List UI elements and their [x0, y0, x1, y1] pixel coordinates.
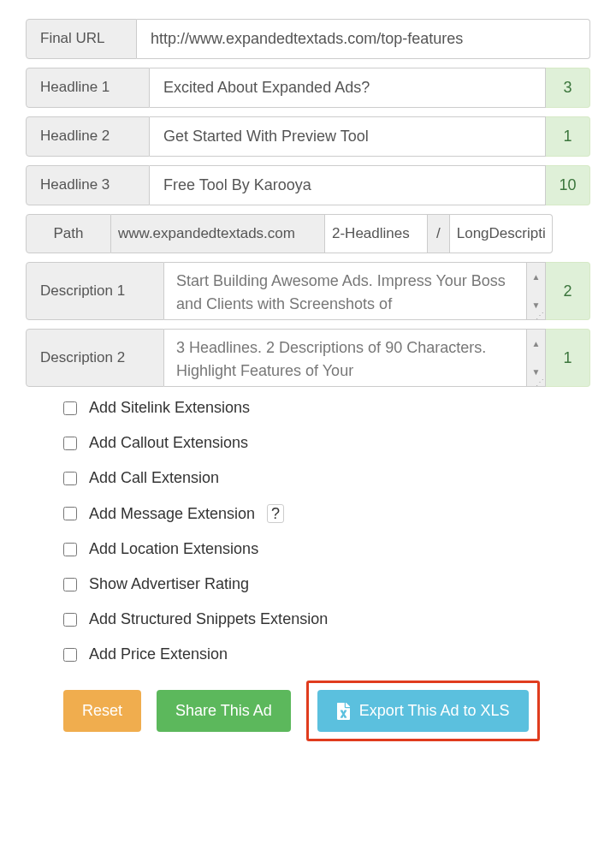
final-url-label: Final URL	[26, 19, 137, 59]
path-separator: /	[428, 214, 450, 253]
headline2-count: 1	[546, 116, 590, 157]
headline1-row: Headline 1 3	[26, 68, 590, 108]
headline1-label: Headline 1	[26, 68, 150, 108]
extension-checkbox[interactable]	[63, 437, 77, 450]
path-domain: www.expandedtextads.com	[111, 214, 325, 253]
spinner-down-icon[interactable]: ▼	[527, 358, 545, 386]
extension-label: Add Callout Extensions	[89, 434, 248, 452]
extension-checkbox[interactable]	[63, 613, 77, 627]
path2-input[interactable]	[450, 214, 553, 253]
headline2-label: Headline 2	[26, 116, 150, 157]
extension-label: Add Sitelink Extensions	[89, 399, 250, 417]
extension-label: Add Price Extension	[89, 645, 228, 663]
reset-button[interactable]: Reset	[63, 690, 141, 732]
spinner-up-icon[interactable]: ▲	[527, 263, 545, 291]
extension-checkbox[interactable]	[63, 543, 77, 556]
extension-checkbox[interactable]	[63, 507, 77, 520]
extension-checkbox[interactable]	[63, 578, 77, 591]
spinner-down-icon[interactable]: ▼	[527, 291, 545, 319]
headline3-count: 10	[546, 165, 590, 205]
desc2-textarea[interactable]	[164, 329, 527, 387]
extension-item: Add Message Extension?	[63, 504, 590, 523]
extension-item: Add Sitelink Extensions	[63, 399, 590, 417]
desc2-row: Description 2 ▲ ▼ ⋰ 1	[26, 329, 590, 387]
extension-label: Show Advertiser Rating	[89, 575, 249, 593]
spinner-up-icon[interactable]: ▲	[527, 330, 545, 358]
desc1-label: Description 1	[26, 262, 164, 320]
extension-checkbox[interactable]	[63, 472, 77, 485]
desc1-textarea[interactable]	[164, 262, 527, 320]
desc2-count: 1	[546, 329, 590, 387]
extension-checkbox[interactable]	[63, 401, 77, 415]
headline3-label: Headline 3	[26, 165, 150, 205]
extension-item: Show Advertiser Rating	[63, 575, 590, 593]
desc2-label: Description 2	[26, 329, 164, 387]
share-button[interactable]: Share This Ad	[157, 690, 291, 732]
path-label: Path	[26, 214, 111, 253]
extension-label: Add Structured Snippets Extension	[89, 610, 328, 628]
extension-item: Add Callout Extensions	[63, 434, 590, 452]
extension-item: Add Call Extension	[63, 469, 590, 487]
final-url-row: Final URL	[26, 19, 590, 59]
export-button[interactable]: Export This Ad to XLS	[317, 690, 529, 732]
headline3-row: Headline 3 10	[26, 165, 590, 205]
extension-item: Add Location Extensions	[63, 540, 590, 558]
extension-label: Add Call Extension	[89, 469, 219, 487]
headline3-input[interactable]	[150, 165, 546, 205]
extension-checkbox[interactable]	[63, 648, 77, 662]
help-icon[interactable]: ?	[267, 504, 284, 523]
extension-item: Add Price Extension	[63, 645, 590, 663]
desc2-spinner[interactable]: ▲ ▼ ⋰	[527, 329, 546, 387]
export-highlight: Export This Ad to XLS	[306, 681, 540, 741]
extension-item: Add Structured Snippets Extension	[63, 610, 590, 628]
extension-label: Add Location Extensions	[89, 540, 258, 558]
final-url-input[interactable]	[137, 19, 590, 59]
path1-input[interactable]	[325, 214, 428, 253]
extension-label: Add Message Extension	[89, 505, 255, 523]
file-excel-icon	[336, 703, 351, 720]
extensions-list: Add Sitelink ExtensionsAdd Callout Exten…	[63, 399, 590, 663]
desc1-count: 2	[546, 262, 590, 320]
headline2-row: Headline 2 1	[26, 116, 590, 157]
desc1-row: Description 1 ▲ ▼ ⋰ 2	[26, 262, 590, 320]
headline1-count: 3	[546, 68, 590, 108]
path-row: Path www.expandedtextads.com /	[26, 214, 590, 253]
desc1-spinner[interactable]: ▲ ▼ ⋰	[527, 262, 546, 320]
button-row: Reset Share This Ad Export This Ad to XL…	[63, 681, 590, 741]
headline2-input[interactable]	[150, 116, 546, 157]
headline1-input[interactable]	[150, 68, 546, 108]
export-button-label: Export This Ad to XLS	[359, 702, 510, 720]
